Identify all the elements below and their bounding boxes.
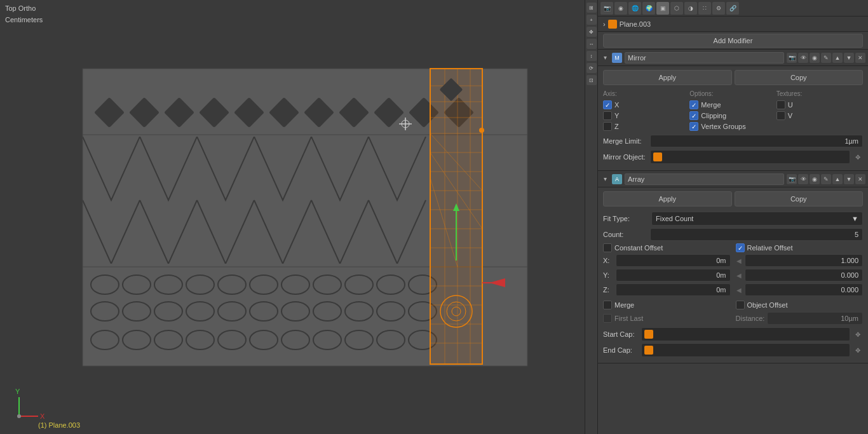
axis-y-label: Y: [614, 112, 619, 119]
panel-icon-mesh[interactable]: ⬡: [670, 2, 683, 15]
viewport-tool-2[interactable]: +: [587, 15, 597, 25]
vertex-groups-label: Vertex Groups: [701, 123, 745, 130]
mirror-body: Apply Copy Axis: X Y: [598, 66, 868, 170]
panel-icon-material[interactable]: ◑: [684, 2, 697, 15]
mirror-down-icon[interactable]: ▼: [844, 53, 854, 63]
end-cap-icon: [644, 346, 653, 355]
array-up-icon[interactable]: ▲: [832, 174, 843, 184]
const-z-value: 0m: [716, 286, 726, 294]
viewport-tool-1[interactable]: ⊞: [587, 3, 597, 13]
distance-field: 10µm: [767, 312, 863, 325]
const-z-field[interactable]: 0m: [616, 283, 731, 296]
viewport[interactable]: Top Ortho Centimeters: [0, 0, 597, 434]
array-close-icon[interactable]: ✕: [855, 174, 865, 184]
viewport-tool-6[interactable]: ⟳: [587, 63, 597, 73]
object-offset-row: Object Offset: [736, 301, 864, 309]
object-label: (1) Plane.003: [38, 421, 80, 429]
array-camera-icon[interactable]: 📷: [787, 174, 797, 184]
relative-offset-label: Relative Offset: [747, 244, 793, 252]
modifier-array: ▾ A 📷 👁 ◉ ✎ ▲ ▼ ✕ Apply Copy Fit Type:: [598, 171, 868, 363]
texture-v-label: V: [788, 112, 792, 119]
viewport-tool-5[interactable]: ↕: [587, 51, 597, 61]
mirror-textures-col: Textures: U V: [776, 90, 863, 131]
constant-offset-checkbox[interactable]: [603, 243, 612, 252]
rel-x-field[interactable]: 1.000: [745, 254, 864, 267]
const-x-field[interactable]: 0m: [616, 254, 731, 267]
modifier-mirror-header: ▾ M 📷 👁 ◉ ✎ ▲ ▼ ✕: [598, 50, 868, 66]
array-eye-icon[interactable]: 👁: [798, 174, 808, 184]
fit-type-row: Fit Type: Fixed Count ▼: [603, 212, 863, 226]
start-cap-icon: [644, 330, 653, 339]
mirror-collapse-btn[interactable]: ▾: [600, 53, 609, 62]
mirror-close-icon[interactable]: ✕: [855, 53, 865, 63]
mirror-edit-icon[interactable]: ✎: [821, 53, 831, 63]
texture-u-row: U: [776, 100, 863, 109]
viewport-units: Centimeters: [5, 15, 43, 26]
array-collapse-btn[interactable]: ▾: [600, 175, 609, 184]
mirror-name-input[interactable]: [625, 52, 784, 64]
viewport-tool-3[interactable]: ✥: [587, 27, 597, 37]
rel-x-arrow: ◀: [736, 254, 742, 267]
merge-checkbox[interactable]: [689, 100, 698, 109]
panel-icon-render[interactable]: ◉: [614, 2, 627, 15]
array-copy-button[interactable]: Copy: [735, 191, 864, 207]
array-merge-checkbox[interactable]: [603, 301, 612, 309]
axis-z-label: Z: [614, 123, 619, 130]
mirror-obj-eyedropper[interactable]: ✥: [853, 152, 863, 162]
vertex-groups-checkbox[interactable]: [689, 122, 698, 131]
viewport-tool-4[interactable]: ↔: [587, 39, 597, 49]
mirror-object-field[interactable]: [650, 150, 850, 164]
axis-x-row: X: [603, 100, 689, 109]
panel-icon-particles[interactable]: ∷: [698, 2, 711, 15]
axis-label: Axis:: [603, 90, 689, 97]
viewport-tool-7[interactable]: ⊡: [587, 75, 597, 85]
panel-icon-physics[interactable]: ⚙: [712, 2, 725, 15]
panel-icon-constraints[interactable]: 🔗: [726, 2, 739, 15]
add-modifier-button[interactable]: Add Modifier: [603, 34, 863, 48]
clipping-checkbox[interactable]: [689, 111, 698, 120]
panel-icon-object[interactable]: ▣: [656, 2, 669, 15]
start-cap-field[interactable]: [641, 327, 850, 341]
constant-offset-label: Constant Offset: [614, 244, 663, 252]
axis-z-checkbox[interactable]: [603, 122, 612, 131]
merge-limit-field[interactable]: 1µm: [650, 135, 863, 147]
fit-type-dropdown[interactable]: Fixed Count ▼: [651, 212, 863, 226]
add-modifier-bar: Add Modifier: [598, 32, 868, 50]
start-cap-eyedropper[interactable]: ✥: [853, 329, 863, 339]
array-edit-icon[interactable]: ✎: [821, 174, 831, 184]
properties-panel: 📷 ◉ 🌐 🌍 ▣ ⬡ ◑ ∷ ⚙ 🔗 › Plane.003 Add Modi…: [597, 0, 868, 434]
modifier-array-header: ▾ A 📷 👁 ◉ ✎ ▲ ▼ ✕: [598, 171, 868, 187]
viewport-header: Top Ortho Centimeters: [5, 3, 43, 25]
const-y-field[interactable]: 0m: [616, 269, 731, 281]
breadcrumb-arrow: ›: [603, 20, 606, 28]
mirror-copy-button[interactable]: Copy: [735, 70, 864, 85]
array-apply-button[interactable]: Apply: [603, 191, 732, 207]
end-cap-eyedropper[interactable]: ✥: [853, 345, 863, 355]
axis-x-checkbox[interactable]: [603, 100, 612, 109]
scene-svg: X Y: [0, 0, 585, 434]
mirror-camera-icon[interactable]: 📷: [787, 53, 797, 63]
object-offset-checkbox[interactable]: [736, 301, 745, 309]
array-name-input[interactable]: [625, 173, 784, 185]
mirror-up-icon[interactable]: ▲: [832, 53, 843, 63]
count-field[interactable]: 5: [650, 228, 863, 241]
axis-y-checkbox[interactable]: [603, 111, 612, 120]
end-cap-field[interactable]: [641, 343, 850, 357]
texture-u-checkbox[interactable]: [776, 100, 785, 109]
texture-v-checkbox[interactable]: [776, 111, 785, 120]
mirror-render-icon[interactable]: ◉: [810, 53, 820, 63]
rel-z-field[interactable]: 0.000: [745, 283, 864, 296]
panel-icon-scene[interactable]: 🌐: [628, 2, 641, 15]
panel-icon-camera[interactable]: 📷: [600, 2, 613, 15]
array-down-icon[interactable]: ▼: [844, 174, 854, 184]
breadcrumb-bar: › Plane.003: [598, 17, 868, 32]
rel-y-field[interactable]: 0.000: [745, 269, 864, 281]
array-render-icon[interactable]: ◉: [810, 174, 820, 184]
merge-label: Merge: [701, 101, 721, 109]
mirror-eye-icon[interactable]: 👁: [798, 53, 808, 63]
relative-offset-checkbox[interactable]: [736, 243, 745, 252]
mirror-apply-button[interactable]: Apply: [603, 70, 732, 85]
panel-icon-world[interactable]: 🌍: [642, 2, 655, 15]
array-body: Apply Copy Fit Type: Fixed Count ▼ Count…: [598, 187, 868, 363]
axis-y-row: Y: [603, 111, 689, 120]
